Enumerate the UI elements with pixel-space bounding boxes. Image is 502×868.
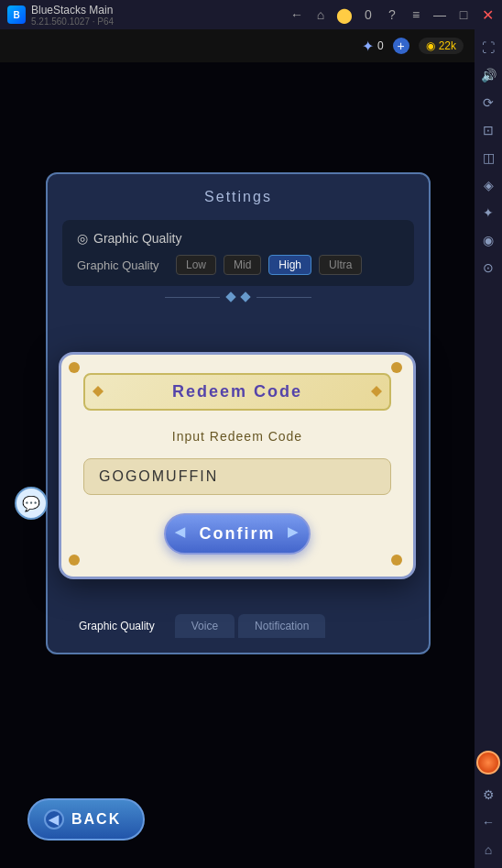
sidebar-icon-location[interactable]: ◈ [477, 174, 499, 196]
sidebar-icon-gaming[interactable]: ◉ [477, 229, 499, 251]
statusbar: ✦ 0 + ◉ 22k [0, 29, 475, 62]
modal-header: Redeem Code [83, 373, 391, 411]
bluestacks-logo: B [7, 5, 26, 24]
sidebar-icon-gear[interactable]: ⚙ [477, 784, 499, 806]
help-btn[interactable]: ? [385, 7, 399, 22]
gem-icon: ◉ [426, 39, 435, 52]
confirm-button[interactable]: Confirm [164, 513, 311, 555]
star-count: 0 [377, 39, 384, 52]
minimize-btn[interactable]: — [432, 7, 447, 22]
gem-counter: ◉ 22k [419, 38, 464, 54]
close-btn[interactable]: ✕ [480, 7, 495, 22]
back-button[interactable]: ◀ BACK [27, 798, 145, 841]
menu-btn[interactable]: ≡ [409, 7, 423, 22]
sidebar-avatar[interactable] [476, 751, 500, 775]
titlebar-title: BlueStacks Main [31, 4, 114, 16]
game-area: Settings ◎ Graphic Quality Graphic Quali… [0, 62, 475, 868]
sidebar-icon-rotate[interactable]: ⟳ [477, 92, 499, 114]
coin-icon: ⬤ [337, 7, 352, 22]
sidebar-icon-screenshot[interactable]: ⊡ [477, 119, 499, 141]
chat-bubble-btn[interactable]: 💬 [15, 487, 48, 520]
sidebar-icon-home[interactable]: ⌂ [477, 839, 499, 861]
status-stars: ✦ 0 [362, 38, 384, 55]
coin-count: 0 [361, 7, 376, 22]
maximize-btn[interactable]: □ [456, 7, 471, 22]
modal-corner-br [391, 555, 406, 569]
nav-home-btn[interactable]: ⌂ [313, 7, 328, 22]
titlebar-subtitle: 5.21.560.1027 · P64 [31, 16, 114, 27]
modal-backdrop: Redeem Code Input Redeem Code Confirm [0, 62, 475, 868]
add-button[interactable]: + [393, 38, 409, 54]
modal-corner-tl [69, 362, 83, 377]
sidebar-icon-camera[interactable]: ◫ [477, 147, 499, 169]
sidebar-icon-more[interactable]: ⊙ [477, 257, 499, 279]
titlebar-nav: ← ⌂ ⬤ 0 ? ≡ — □ ✕ [289, 7, 495, 22]
back-arrow-icon: ◀ [44, 809, 64, 830]
star-icon: ✦ [362, 38, 374, 55]
modal-subtitle: Input Redeem Code [83, 429, 391, 444]
modal-input-wrapper[interactable] [83, 458, 391, 495]
sidebar-icon-sound[interactable]: 🔊 [477, 64, 499, 86]
right-sidebar: ⛶ 🔊 ⟳ ⊡ ◫ ◈ ✦ ◉ ⊙ ⚙ ← ⌂ [475, 29, 502, 868]
titlebar: B BlueStacks Main 5.21.560.1027 · P64 ← … [0, 0, 502, 29]
titlebar-info: BlueStacks Main 5.21.560.1027 · P64 [31, 4, 114, 27]
nav-back-btn[interactable]: ← [289, 7, 304, 22]
redeem-code-input[interactable] [99, 468, 376, 485]
sidebar-icon-fullscreen[interactable]: ⛶ [477, 37, 499, 59]
sidebar-icon-settings[interactable]: ✦ [477, 202, 499, 224]
gem-value: 22k [439, 39, 456, 52]
modal-title: Redeem Code [172, 382, 302, 401]
modal-corner-tr [391, 362, 406, 377]
modal-corner-bl [69, 555, 83, 569]
header-deco-left [93, 386, 104, 397]
titlebar-left: B BlueStacks Main 5.21.560.1027 · P64 [7, 4, 114, 27]
redeem-modal: Redeem Code Input Redeem Code Confirm [59, 352, 416, 579]
sidebar-icon-back[interactable]: ← [477, 811, 499, 833]
header-deco-right [371, 386, 382, 397]
back-label: BACK [71, 811, 121, 828]
